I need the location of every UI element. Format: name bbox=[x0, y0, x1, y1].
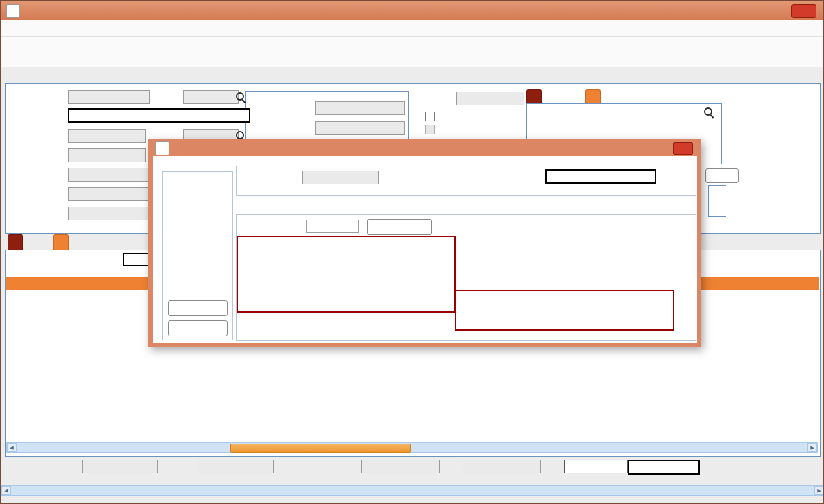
tab-items[interactable] bbox=[8, 234, 23, 250]
close-button[interactable] bbox=[791, 4, 816, 18]
number-field[interactable] bbox=[68, 90, 150, 104]
item-description-field[interactable] bbox=[545, 169, 656, 184]
item-field[interactable] bbox=[302, 171, 379, 184]
app-window: ◀ ▶ ◀ ▶ bbox=[0, 0, 824, 504]
scrollbar-thumb[interactable] bbox=[230, 444, 411, 453]
scroll-right-arrow-icon[interactable]: ▶ bbox=[814, 486, 824, 495]
tax-field bbox=[463, 460, 541, 473]
bottom-horizontal-scrollbar[interactable]: ◀ ▶ bbox=[1, 485, 824, 496]
ok-button[interactable] bbox=[168, 300, 228, 316]
charge-duration-value-field[interactable] bbox=[306, 220, 359, 233]
event-pricing-checkbox bbox=[425, 125, 435, 134]
version-field[interactable] bbox=[183, 90, 239, 104]
start-datetime-field[interactable] bbox=[315, 101, 405, 115]
cancel-button[interactable] bbox=[168, 320, 228, 336]
dialog-app-icon bbox=[155, 141, 169, 155]
labor-planner-field[interactable] bbox=[68, 207, 153, 220]
toolbar bbox=[1, 37, 823, 67]
sales-person-field[interactable] bbox=[68, 187, 153, 201]
show-suggestions-checkbox[interactable] bbox=[425, 112, 435, 121]
total-label bbox=[564, 460, 628, 473]
project-mgr-field[interactable] bbox=[68, 168, 153, 182]
scroll-right-arrow-icon[interactable]: ▶ bbox=[807, 443, 817, 452]
total-value-field bbox=[628, 460, 700, 475]
site-field[interactable] bbox=[68, 148, 146, 162]
date-created-field[interactable] bbox=[68, 129, 146, 143]
items-total-field bbox=[82, 460, 158, 473]
sub-total-field bbox=[361, 460, 440, 473]
dialog-dates-tab-content bbox=[236, 214, 696, 341]
labor-total-field bbox=[198, 460, 274, 473]
tab-labor-comments[interactable] bbox=[585, 89, 601, 103]
items-horizontal-scrollbar[interactable]: ◀ ▶ bbox=[6, 442, 818, 453]
scroll-left-arrow-icon[interactable]: ◀ bbox=[7, 443, 17, 452]
item-dates-dialog bbox=[148, 139, 701, 347]
edit-dates-button[interactable] bbox=[367, 219, 432, 235]
titlebar bbox=[1, 1, 823, 20]
end-datetime-field[interactable] bbox=[315, 121, 405, 135]
menubar bbox=[1, 20, 823, 37]
description-field[interactable] bbox=[68, 108, 250, 123]
version-magnifier-icon[interactable] bbox=[234, 91, 246, 103]
app-icon bbox=[6, 4, 20, 18]
tab-comments[interactable] bbox=[526, 89, 542, 103]
tab-labor[interactable] bbox=[53, 234, 69, 250]
conv-date-field[interactable] bbox=[456, 92, 524, 105]
scroll-left-arrow-icon[interactable]: ◀ bbox=[1, 486, 11, 495]
comments-magnifier-icon[interactable] bbox=[703, 106, 714, 118]
reset-button[interactable] bbox=[705, 168, 739, 183]
dialog-close-button[interactable] bbox=[673, 142, 693, 155]
side-panel-box bbox=[708, 185, 726, 217]
